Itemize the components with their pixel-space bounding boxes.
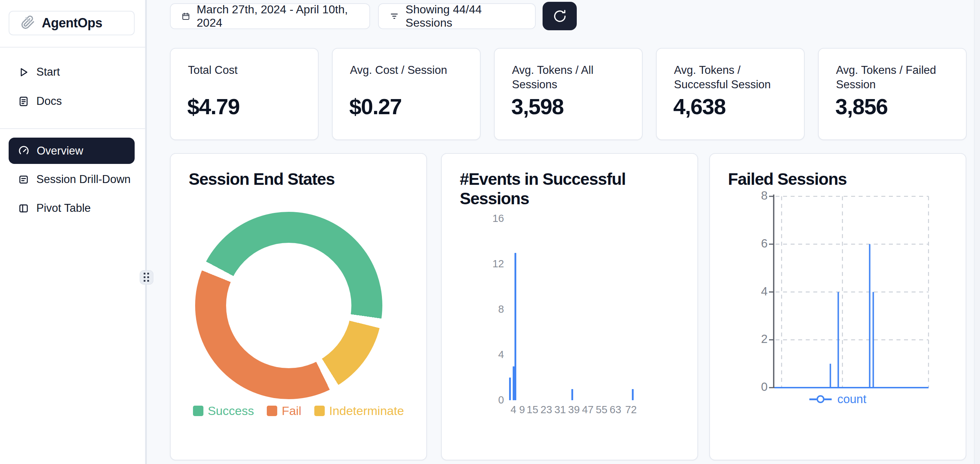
stat-label: Avg. Tokens / All Sessions bbox=[512, 63, 632, 91]
x-tick-label: 15 bbox=[527, 404, 538, 416]
stat-label: Avg. Tokens / Successful Session bbox=[674, 63, 794, 91]
scrollbar-track[interactable] bbox=[974, 0, 980, 464]
events-plot: 1612840491523313947556372 bbox=[442, 154, 697, 460]
y-tick-label: 8 bbox=[732, 189, 768, 203]
x-tick-label: 47 bbox=[582, 404, 593, 416]
x-tick-label: 4 bbox=[511, 404, 516, 416]
sessions-filter[interactable]: Showing 44/44 Sessions bbox=[378, 3, 536, 29]
bar bbox=[571, 389, 573, 400]
sidebar-item-label: Session Drill-Down bbox=[37, 173, 131, 186]
app-logo[interactable]: AgentOps bbox=[9, 11, 135, 35]
x-tick-label: 23 bbox=[540, 404, 552, 416]
y-tick-label: 0 bbox=[475, 394, 504, 406]
sidebar: AgentOps Start Docs Overview bbox=[0, 0, 145, 464]
x-tick-label: 9 bbox=[519, 404, 525, 416]
refresh-button[interactable] bbox=[542, 2, 577, 30]
chart-card-failed-sessions: Failed Sessions 86420 count bbox=[709, 153, 966, 461]
x-tick-label: 72 bbox=[625, 404, 636, 416]
y-tick-label: 12 bbox=[475, 258, 504, 270]
stat-value: $4.79 bbox=[187, 94, 239, 119]
sidebar-divider bbox=[0, 128, 145, 129]
sidebar-item-pivot-table[interactable]: Pivot Table bbox=[9, 197, 135, 220]
y-tick-label: 8 bbox=[475, 303, 504, 315]
refresh-icon bbox=[552, 9, 567, 24]
stat-label: Avg. Cost / Session bbox=[350, 63, 470, 77]
sidebar-item-label: Pivot Table bbox=[37, 202, 91, 215]
list-icon bbox=[18, 174, 29, 185]
y-tick-label: 4 bbox=[475, 349, 504, 360]
bar bbox=[514, 253, 516, 400]
sidebar-item-label: Overview bbox=[37, 145, 83, 158]
stat-card-avg-cost: Avg. Cost / Session $0.27 bbox=[332, 48, 480, 140]
legend-label: Success bbox=[208, 404, 254, 418]
bar bbox=[509, 378, 511, 400]
docs-icon bbox=[18, 96, 29, 107]
legend-swatch bbox=[314, 406, 325, 416]
donut-legend: SuccessFailIndeterminate bbox=[171, 404, 426, 418]
failed-plot: 86420 bbox=[710, 154, 966, 460]
legend-item-fail[interactable]: Fail bbox=[267, 404, 301, 418]
stat-label: Total Cost bbox=[188, 63, 308, 77]
stat-value: $0.27 bbox=[349, 94, 401, 119]
y-tick-label: 0 bbox=[732, 380, 768, 394]
date-range-picker[interactable]: March 27th, 2024 - April 10th, 2024 bbox=[170, 3, 370, 29]
stat-card-avg-tokens-all: Avg. Tokens / All Sessions 3,598 bbox=[494, 48, 643, 140]
calendar-icon bbox=[181, 11, 190, 21]
y-tick-label: 6 bbox=[732, 237, 768, 250]
legend-label: Fail bbox=[282, 404, 301, 418]
x-tick-label: 31 bbox=[554, 404, 566, 416]
stat-value: 3,856 bbox=[835, 94, 888, 119]
app-name: AgentOps bbox=[42, 16, 102, 30]
stat-label: Avg. Tokens / Failed Session bbox=[836, 63, 956, 91]
stat-value: 3,598 bbox=[511, 94, 563, 119]
panel-resize-handle[interactable] bbox=[140, 270, 153, 285]
y-tick-label: 16 bbox=[475, 212, 504, 225]
stat-card-total-cost: Total Cost $4.79 bbox=[170, 48, 319, 140]
paperclip-icon bbox=[19, 15, 36, 31]
play-icon bbox=[18, 67, 29, 78]
gauge-icon bbox=[18, 145, 30, 157]
count-legend-label: count bbox=[837, 392, 867, 406]
stat-card-avg-tokens-failed: Avg. Tokens / Failed Session 3,856 bbox=[818, 48, 967, 140]
y-tick-label: 2 bbox=[732, 332, 768, 346]
chart-title: Session End States bbox=[189, 170, 390, 189]
legend-item-indeterminate[interactable]: Indeterminate bbox=[314, 404, 404, 418]
x-tick-label: 55 bbox=[596, 404, 608, 416]
columns-icon bbox=[18, 203, 29, 214]
count-legend[interactable]: count bbox=[710, 392, 966, 406]
sidebar-item-overview[interactable]: Overview bbox=[9, 138, 135, 164]
sidebar-item-label: Docs bbox=[37, 95, 62, 108]
sidebar-item-label: Start bbox=[37, 65, 60, 78]
x-tick-label: 63 bbox=[609, 404, 621, 416]
legend-swatch bbox=[193, 406, 204, 416]
stat-value: 4,638 bbox=[673, 94, 725, 119]
bar bbox=[632, 389, 634, 400]
filter-icon bbox=[390, 11, 399, 21]
legend-item-success[interactable]: Success bbox=[193, 404, 254, 418]
legend-label: Indeterminate bbox=[329, 404, 404, 418]
x-tick-label: 39 bbox=[568, 404, 580, 416]
legend-swatch bbox=[267, 406, 277, 416]
date-range-label: March 27th, 2024 - April 10th, 2024 bbox=[197, 3, 359, 30]
sidebar-item-docs[interactable]: Docs bbox=[9, 90, 135, 113]
line-marker-icon bbox=[809, 395, 832, 403]
sessions-filter-label: Showing 44/44 Sessions bbox=[406, 3, 524, 30]
sidebar-item-session-drill-down[interactable]: Session Drill-Down bbox=[9, 168, 135, 191]
stat-card-avg-tokens-success: Avg. Tokens / Successful Session 4,638 bbox=[656, 48, 805, 140]
panel-divider bbox=[145, 0, 147, 464]
sidebar-item-start[interactable]: Start bbox=[9, 61, 135, 84]
bar bbox=[513, 367, 514, 400]
donut-chart bbox=[195, 212, 382, 399]
sidebar-divider bbox=[0, 47, 145, 48]
y-tick-label: 4 bbox=[732, 285, 768, 298]
chart-card-events-successful: #Events in Successful Sessions 161284049… bbox=[441, 153, 698, 461]
chart-card-session-end-states: Session End States SuccessFailIndetermin… bbox=[170, 153, 427, 461]
